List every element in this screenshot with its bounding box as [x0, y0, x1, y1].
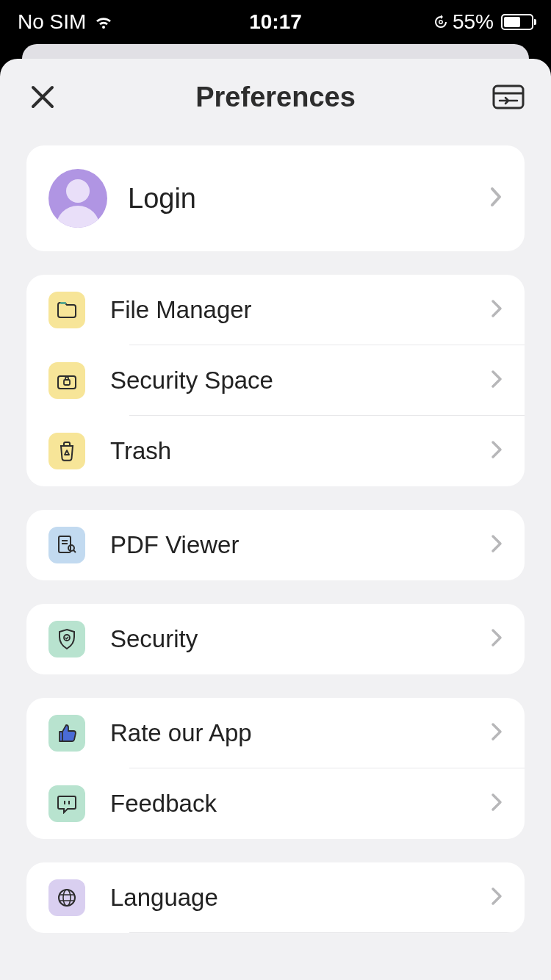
security-card: Security	[26, 604, 525, 674]
pdf-card: PDF Viewer	[26, 510, 525, 580]
chevron-right-icon	[491, 440, 503, 462]
language-card: Language	[26, 862, 525, 933]
svg-rect-5	[64, 380, 70, 385]
lock-folder-icon	[48, 362, 85, 399]
feedback-label: Feedback	[110, 790, 491, 818]
page-title: Preferences	[60, 82, 491, 113]
pdf-viewer-label: PDF Viewer	[110, 531, 491, 559]
shield-check-icon	[48, 621, 85, 657]
carrier-label: No SIM	[18, 10, 86, 34]
thumbs-up-icon	[48, 715, 85, 752]
pdf-viewer-row[interactable]: PDF Viewer	[26, 510, 525, 580]
svg-rect-1	[494, 86, 523, 108]
chevron-right-icon	[491, 628, 503, 650]
document-search-icon	[48, 527, 85, 563]
trash-icon	[48, 433, 85, 469]
svg-point-15	[63, 890, 71, 906]
security-space-label: Security Space	[110, 367, 491, 394]
chevron-right-icon	[491, 793, 503, 815]
globe-icon	[48, 879, 85, 916]
security-row[interactable]: Security	[26, 604, 525, 674]
trash-label: Trash	[110, 437, 491, 465]
feedback-row[interactable]: Feedback	[26, 768, 525, 839]
chevron-right-icon	[491, 299, 503, 321]
chevron-right-icon	[491, 887, 503, 909]
storage-card: File Manager Security Space Trash	[26, 275, 525, 486]
avatar-icon	[48, 169, 107, 228]
language-row[interactable]: Language	[26, 862, 525, 933]
rate-app-row[interactable]: Rate our App	[26, 698, 525, 768]
svg-rect-4	[58, 376, 76, 389]
security-label: Security	[110, 625, 491, 653]
chevron-right-icon	[491, 370, 503, 392]
security-space-row[interactable]: Security Space	[26, 345, 525, 416]
chevron-right-icon	[491, 722, 503, 744]
close-button[interactable]	[25, 79, 60, 115]
feedback-card: Rate our App Feedback	[26, 698, 525, 839]
login-label: Login	[128, 183, 489, 215]
login-row[interactable]: Login	[26, 145, 525, 251]
svg-rect-3	[60, 302, 66, 304]
clock: 10:17	[190, 10, 361, 34]
chevron-right-icon	[489, 186, 503, 211]
svg-line-10	[73, 550, 76, 552]
card-shuffle-icon	[492, 84, 525, 109]
preferences-sheet: Preferences Login File Manager	[0, 59, 551, 980]
content-scroll[interactable]: Login File Manager Security Space	[0, 128, 551, 933]
login-card: Login	[26, 145, 525, 251]
rate-app-label: Rate our App	[110, 719, 491, 747]
folder-icon	[48, 292, 85, 328]
svg-point-0	[439, 21, 442, 24]
status-bar: No SIM 10:17 55%	[0, 0, 551, 44]
file-manager-row[interactable]: File Manager	[26, 275, 525, 345]
sheet-header: Preferences	[0, 59, 551, 128]
language-label: Language	[110, 884, 491, 912]
chevron-right-icon	[491, 534, 503, 556]
trash-row[interactable]: Trash	[26, 416, 525, 486]
orientation-lock-icon	[433, 15, 448, 29]
svg-point-14	[59, 890, 75, 906]
chat-icon	[48, 785, 85, 822]
close-icon	[30, 84, 55, 109]
wifi-icon	[93, 14, 114, 30]
battery-percent: 55%	[453, 10, 494, 34]
battery-icon	[501, 14, 533, 30]
card-shuffle-button[interactable]	[491, 79, 526, 115]
file-manager-label: File Manager	[110, 296, 491, 324]
